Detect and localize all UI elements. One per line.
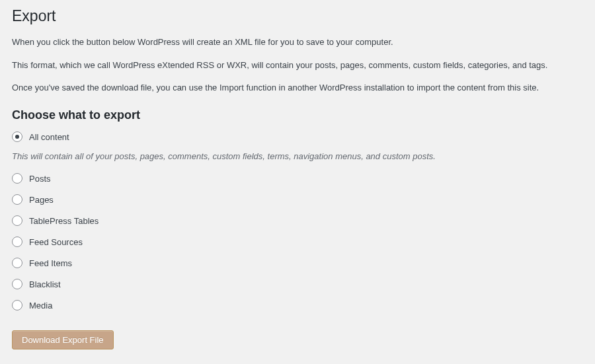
all-content-description: This will contain all of your posts, pag… bbox=[12, 151, 583, 161]
radio-icon bbox=[12, 300, 22, 310]
intro-paragraph-2: This format, which we call WordPress eXt… bbox=[12, 59, 583, 73]
radio-icon bbox=[12, 279, 22, 289]
section-title: Choose what to export bbox=[12, 108, 583, 122]
radio-icon bbox=[12, 173, 22, 184]
radio-label: Blacklist bbox=[29, 279, 61, 289]
radio-feed-items[interactable]: Feed Items bbox=[12, 258, 583, 268]
page-title: Export bbox=[12, 7, 583, 26]
radio-label: TablePress Tables bbox=[29, 216, 99, 226]
radio-label: All content bbox=[29, 132, 69, 142]
radio-icon bbox=[12, 258, 22, 268]
radio-icon bbox=[12, 194, 22, 205]
radio-label: Media bbox=[29, 301, 52, 310]
radio-tablepress-tables[interactable]: TablePress Tables bbox=[12, 215, 583, 226]
radio-feed-sources[interactable]: Feed Sources bbox=[12, 237, 583, 247]
download-export-file-button[interactable]: Download Export File bbox=[12, 330, 114, 349]
radio-posts[interactable]: Posts bbox=[12, 173, 583, 184]
radio-icon bbox=[12, 237, 22, 247]
radio-label: Feed Items bbox=[29, 258, 72, 268]
intro-paragraph-3: Once you've saved the download file, you… bbox=[12, 81, 583, 95]
radio-icon bbox=[12, 215, 22, 226]
radio-label: Pages bbox=[29, 195, 54, 205]
radio-label: Posts bbox=[29, 174, 51, 184]
radio-pages[interactable]: Pages bbox=[12, 194, 583, 205]
radio-label: Feed Sources bbox=[29, 237, 83, 247]
intro-paragraph-1: When you click the button below WordPres… bbox=[12, 36, 583, 50]
radio-media[interactable]: Media bbox=[12, 300, 583, 310]
radio-all-content[interactable]: All content bbox=[12, 131, 583, 142]
radio-blacklist[interactable]: Blacklist bbox=[12, 279, 583, 289]
radio-icon bbox=[12, 131, 22, 142]
